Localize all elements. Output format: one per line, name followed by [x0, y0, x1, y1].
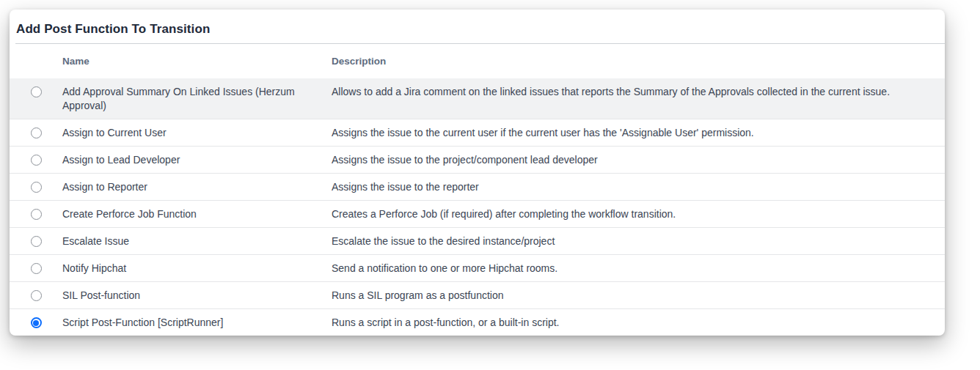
- function-name: Escalate Issue: [62, 234, 332, 248]
- function-description: Escalate the issue to the desired instan…: [332, 234, 945, 248]
- radio-cell: [10, 262, 62, 274]
- function-name: Notify Hipchat: [62, 262, 332, 275]
- radio-cell: [10, 207, 62, 220]
- function-name: Assign to Reporter: [62, 180, 332, 194]
- add-post-function-dialog: Add Post Function To Transition Name Des…: [10, 10, 945, 336]
- table-row-4[interactable]: Create Perforce Job Function Creates a P…: [10, 200, 945, 227]
- radio-button[interactable]: [31, 182, 42, 193]
- radio-button[interactable]: [31, 263, 42, 274]
- radio-button[interactable]: [31, 127, 42, 138]
- radio-cell: [10, 289, 62, 301]
- radio-button[interactable]: [31, 290, 42, 301]
- function-description: Send a notification to one or more Hipch…: [332, 262, 945, 275]
- name-column-header: Name: [62, 56, 332, 67]
- function-description: Assigns the issue to the reporter: [332, 180, 945, 194]
- function-name: Create Perforce Job Function: [62, 207, 332, 221]
- radio-cell: [10, 85, 62, 97]
- table-row-0[interactable]: Add Approval Summary On Linked Issues (H…: [10, 78, 945, 119]
- function-description: Runs a SIL program as a postfunction: [332, 289, 945, 303]
- function-name: Add Approval Summary On Linked Issues (H…: [62, 85, 332, 113]
- table-row-2[interactable]: Assign to Lead Developer Assigns the iss…: [10, 146, 945, 173]
- post-function-list: Add Approval Summary On Linked Issues (H…: [10, 78, 945, 336]
- radio-cell: [10, 126, 62, 138]
- function-name: Assign to Lead Developer: [62, 153, 332, 167]
- dialog-title-bar: Add Post Function To Transition: [15, 10, 945, 44]
- radio-button[interactable]: [31, 86, 42, 97]
- radio-cell: [10, 180, 62, 193]
- description-column-header: Description: [332, 56, 945, 67]
- table-row-8[interactable]: Script Post-Function [ScriptRunner] Runs…: [10, 308, 945, 336]
- function-name: Script Post-Function [ScriptRunner]: [62, 316, 332, 330]
- table-row-7[interactable]: SIL Post-function Runs a SIL program as …: [10, 281, 945, 308]
- radio-cell: [10, 316, 62, 328]
- radio-button[interactable]: [31, 155, 42, 166]
- table-row-1[interactable]: Assign to Current User Assigns the issue…: [10, 119, 945, 146]
- function-name: Assign to Current User: [62, 126, 332, 140]
- radio-button[interactable]: [31, 317, 42, 328]
- table-row-6[interactable]: Notify Hipchat Send a notification to on…: [10, 254, 945, 281]
- radio-button[interactable]: [31, 209, 42, 220]
- radio-cell: [10, 153, 62, 166]
- function-description: Assigns the issue to the project/compone…: [332, 153, 945, 167]
- function-description: Assigns the issue to the current user if…: [332, 126, 945, 140]
- table-header-row: Name Description: [10, 44, 945, 78]
- radio-button[interactable]: [31, 236, 42, 247]
- function-description: Creates a Perforce Job (if required) aft…: [332, 207, 945, 221]
- table-row-3[interactable]: Assign to Reporter Assigns the issue to …: [10, 173, 945, 200]
- function-description: Allows to add a Jira comment on the link…: [332, 85, 945, 99]
- table-row-5[interactable]: Escalate Issue Escalate the issue to the…: [10, 227, 945, 254]
- radio-cell: [10, 234, 62, 247]
- function-description: Runs a script in a post-function, or a b…: [332, 316, 945, 330]
- function-name: SIL Post-function: [62, 289, 332, 303]
- page-title: Add Post Function To Transition: [16, 22, 945, 37]
